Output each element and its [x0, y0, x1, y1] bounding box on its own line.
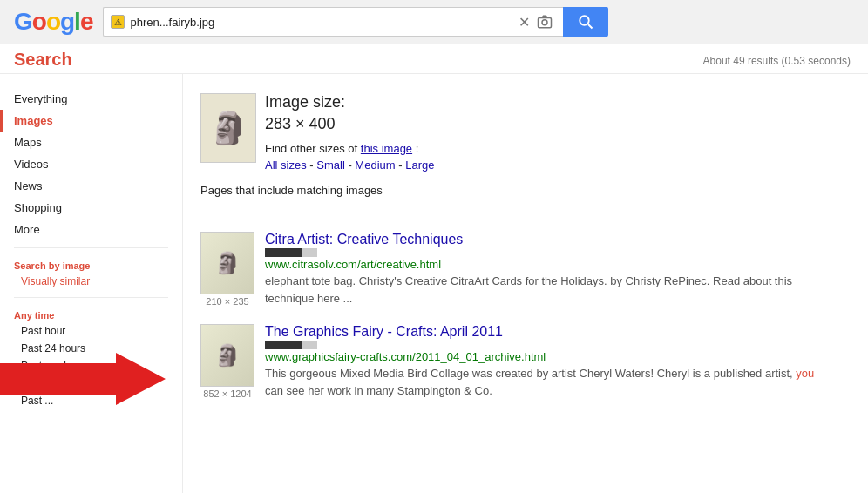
result-1-dims: 210 × 235 — [206, 296, 248, 307]
other-sizes-links: All sizes - Small - Medium - Large — [265, 159, 434, 172]
result-1-thumb-image: 🗿 — [200, 232, 254, 294]
star-rating-fill-2 — [265, 341, 302, 349]
size-all[interactable]: All sizes — [265, 159, 307, 172]
search-by-image-section: Search by image Visually similar — [0, 255, 182, 290]
size-medium[interactable]: Medium — [355, 159, 395, 172]
google-logo[interactable]: Google — [14, 8, 92, 36]
search-input[interactable] — [130, 16, 515, 29]
star-rating-bar — [265, 248, 317, 257]
image-size-info: Image size: 283 × 400 Find other sizes o… — [265, 93, 434, 172]
result-2-url: www.graphicsfairy-crafts.com/2011_04_01_… — [265, 350, 823, 363]
other-sizes-text: Find other sizes of this image : — [265, 142, 434, 155]
result-2-title: The Graphics Fairy - Crafts: April 2011 — [265, 324, 823, 340]
size-small[interactable]: Small — [316, 159, 345, 172]
table-row: 🗿 210 × 235 Citra Artist: Creative Techn… — [200, 232, 823, 307]
star-rating-fill — [265, 248, 302, 257]
result-2-link[interactable]: The Graphics Fairy - Crafts: April 2011 — [265, 324, 503, 339]
other-sizes-prefix: Find other sizes of — [265, 142, 357, 155]
sidebar-item-everything[interactable]: Everything — [0, 88, 182, 110]
svg-line-3 — [588, 24, 593, 29]
search-label: Search — [14, 50, 72, 69]
result-2-stars — [265, 341, 823, 349]
result-2-content: The Graphics Fairy - Crafts: April 2011 … — [265, 324, 823, 399]
result-2-thumb-image: 🗿 — [200, 324, 254, 387]
sidebar-item-shopping[interactable]: Shopping — [0, 197, 182, 219]
results-info: About 49 results (0.53 seconds) — [703, 50, 868, 67]
star-rating-bar-2 — [265, 341, 317, 349]
image-size-label: Image size: — [265, 93, 434, 111]
sidebar-item-past-hour[interactable]: Past hour — [0, 322, 182, 340]
snippet-highlight: you — [796, 367, 814, 380]
search-input-container: ⚠ ✕ — [103, 7, 563, 37]
sidebar-item-news[interactable]: News — [0, 175, 182, 197]
result-1-thumbnail: 🗿 210 × 235 — [200, 232, 254, 307]
main-body: Everything Images Maps Videos News Shopp… — [0, 74, 868, 493]
sidebar-item-maps[interactable]: Maps — [0, 132, 182, 153]
main-content: 🗿 Image size: 283 × 400 Find other sizes… — [183, 74, 837, 493]
sidebar-item-images[interactable]: Images — [0, 110, 182, 132]
result-1-link[interactable]: Citra Artist: Creative Techniques — [265, 232, 463, 246]
search-bar: ⚠ ✕ — [103, 7, 608, 37]
sidebar: Everything Images Maps Videos News Shopp… — [0, 74, 183, 493]
svg-point-1 — [542, 20, 547, 25]
result-1-url: www.citrasolv.com/art/creative.html — [265, 258, 823, 271]
sidebar-item-videos[interactable]: Videos — [0, 153, 182, 175]
result-2-dims: 852 × 1204 — [203, 388, 251, 399]
this-image-link[interactable]: this image — [361, 142, 412, 155]
result-2-snippet: This gorgeous Mixed Media Bird Collage w… — [265, 365, 823, 399]
image-size-dimensions: 283 × 400 — [265, 115, 434, 133]
header: Google ⚠ ✕ — [0, 0, 868, 44]
clear-search-button[interactable]: ✕ — [515, 12, 533, 32]
red-arrow — [0, 353, 166, 405]
search-button[interactable] — [563, 7, 608, 37]
other-sizes-colon: : — [416, 142, 419, 155]
result-1-content: Citra Artist: Creative Techniques www.ci… — [265, 232, 823, 307]
result-1-title: Citra Artist: Creative Techniques — [265, 232, 823, 247]
sidebar-item-more[interactable]: More — [0, 219, 182, 240]
sidebar-divider-1 — [14, 247, 168, 248]
sidebar-nav-section: Everything Images Maps Videos News Shopp… — [0, 88, 182, 240]
search-by-image-title[interactable]: Search by image — [0, 255, 182, 273]
image-size-block: 🗿 Image size: 283 × 400 Find other sizes… — [200, 84, 823, 218]
result-1-stars — [265, 248, 823, 257]
any-time-label[interactable]: Any time — [0, 305, 182, 322]
size-large[interactable]: Large — [405, 159, 434, 172]
sidebar-item-visually-similar[interactable]: Visually similar — [0, 273, 182, 290]
sidebar-divider-2 — [14, 297, 168, 298]
pages-matching-title: Pages that include matching images — [200, 184, 823, 197]
query-thumbnail: 🗿 — [200, 93, 256, 163]
red-arrow-container — [0, 353, 166, 405]
result-2-thumbnail: 🗿 852 × 1204 — [200, 324, 254, 399]
page-wrapper: Google ⚠ ✕ — [0, 0, 868, 493]
svg-point-2 — [580, 16, 590, 25]
search-label-bar: Search About 49 results (0.53 seconds) — [0, 44, 868, 74]
search-image-icon: ⚠ — [111, 15, 125, 29]
camera-search-button[interactable] — [533, 12, 556, 31]
table-row: 🗿 852 × 1204 The Graphics Fairy - Crafts… — [200, 324, 823, 399]
result-1-snippet: elephant tote bag. Christy's Creative Ci… — [265, 273, 823, 307]
